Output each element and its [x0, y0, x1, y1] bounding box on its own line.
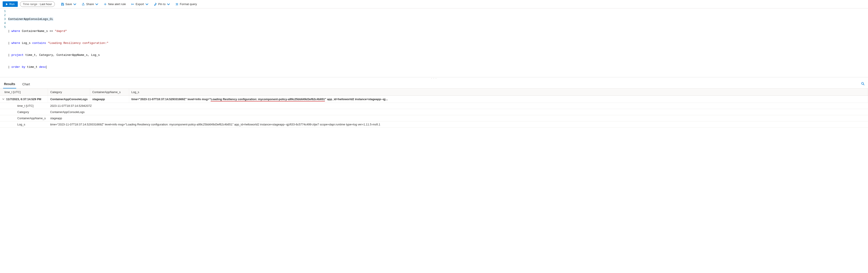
- detail-row: Category ContainerAppConsoleLogs: [0, 109, 868, 115]
- code-token: ContainerAppConsoleLogs_CL: [8, 18, 54, 21]
- chevron-down-icon: [2, 98, 4, 100]
- chevron-down-icon: [95, 3, 98, 6]
- code-token: time_t, Category, ContainerAppName_s, Lo…: [24, 54, 100, 57]
- editor-code[interactable]: ContainerAppConsoleLogs_CL | where Conta…: [8, 9, 868, 77]
- detail-value: ContainerAppConsoleLogs: [48, 109, 868, 115]
- tab-results[interactable]: Results: [3, 80, 16, 89]
- code-token: contains: [32, 41, 46, 45]
- column-header-category[interactable]: Category: [48, 89, 90, 96]
- play-icon: [6, 3, 8, 5]
- code-token: time_t: [25, 65, 39, 69]
- save-label: Save: [65, 2, 72, 6]
- code-token: project: [11, 54, 24, 57]
- save-button[interactable]: Save: [59, 1, 79, 7]
- log-text: time="2023-11-07T18:37:14.529331669Z" le…: [131, 98, 211, 101]
- cell-category: ContainerAppConsoleLogs: [48, 96, 90, 103]
- detail-key: time_t [UTC]: [0, 103, 48, 109]
- table-row[interactable]: 11/7/2023, 6:37:14.529 PM ContainerAppCo…: [0, 96, 868, 103]
- pin-label: Pin to: [158, 2, 165, 6]
- log-highlight: Loading Resiliency configuration: mycomp…: [211, 98, 325, 101]
- share-button[interactable]: Share: [80, 1, 100, 7]
- editor-cursor: [46, 66, 46, 69]
- export-icon: [131, 3, 134, 6]
- cell-time: 11/7/2023, 6:37:14.529 PM: [6, 98, 41, 101]
- line-number: 5: [0, 25, 6, 29]
- save-icon: [61, 3, 64, 6]
- share-label: Share: [86, 2, 94, 6]
- search-icon: [861, 82, 865, 86]
- editor-gutter: 1 2 3 4 5: [0, 9, 8, 77]
- column-header-time[interactable]: time_t [UTC]: [0, 89, 48, 96]
- format-icon: [175, 3, 179, 6]
- run-label: Run: [9, 2, 14, 6]
- detail-key: Category: [0, 109, 48, 115]
- format-query-button[interactable]: Format query: [173, 1, 199, 7]
- detail-row: time_t [UTC] 2023-11-07T18:37:14.5294207…: [0, 103, 868, 109]
- log-text: " app_id=helloworld2 instance=stageapp--…: [325, 98, 388, 101]
- new-alert-label: New alert rule: [108, 2, 126, 6]
- time-range-prefix: Time range :: [23, 2, 39, 6]
- detail-key: Log_s: [0, 122, 48, 128]
- cell-appname: stageapp: [90, 96, 129, 103]
- pin-icon: [154, 3, 157, 6]
- column-header-appname[interactable]: ContainerAppName_s: [90, 89, 129, 96]
- detail-value: time="2023-11-07T18:37:14.529331669Z" le…: [48, 122, 868, 128]
- results-table: time_t [UTC] Category ContainerAppName_s…: [0, 89, 868, 128]
- code-token: Log_s: [20, 41, 32, 45]
- pin-button[interactable]: Pin to: [152, 1, 172, 7]
- chevron-down-icon: [167, 3, 170, 6]
- plus-icon: [104, 3, 107, 6]
- code-token: ContainerName_s ==: [20, 30, 55, 33]
- line-number: 1: [0, 9, 6, 13]
- search-results-button[interactable]: [861, 82, 865, 87]
- svg-point-0: [862, 82, 864, 84]
- chevron-down-icon: [145, 3, 149, 6]
- detail-key: ContainerAppName_s: [0, 115, 48, 122]
- format-label: Format query: [180, 2, 197, 6]
- detail-row: ContainerAppName_s stageapp: [0, 115, 868, 122]
- code-token: order by: [11, 65, 25, 69]
- chevron-down-icon: [73, 3, 76, 6]
- column-header-log[interactable]: Log_s: [129, 89, 868, 96]
- row-expand-toggle[interactable]: [1, 98, 5, 101]
- detail-row: Log_s time="2023-11-07T18:37:14.52933166…: [0, 122, 868, 128]
- code-token: where: [11, 41, 20, 45]
- code-token: "Loading Resiliency configuration:": [48, 41, 108, 45]
- new-alert-button[interactable]: New alert rule: [101, 1, 128, 7]
- time-range-value: Last hour: [40, 2, 52, 6]
- time-range-picker[interactable]: Time range : Last hour: [20, 1, 55, 7]
- tab-chart[interactable]: Chart: [22, 80, 31, 88]
- export-button[interactable]: Export: [129, 1, 151, 7]
- share-icon: [82, 3, 85, 6]
- query-editor[interactable]: 1 2 3 4 5 ContainerAppConsoleLogs_CL | w…: [0, 8, 868, 77]
- export-label: Export: [135, 2, 144, 6]
- code-token: "daprd": [55, 30, 67, 33]
- cell-log: time="2023-11-07T18:37:14.529331669Z" le…: [129, 96, 868, 103]
- code-token: desc: [39, 65, 46, 69]
- line-number: 4: [0, 21, 6, 25]
- detail-value: stageapp: [48, 115, 868, 122]
- results-tabbar: Results Chart: [0, 80, 868, 89]
- resize-handle[interactable]: · · ·: [0, 77, 868, 80]
- toolbar: Run Time range : Last hour Save Share Ne…: [0, 0, 868, 8]
- run-button[interactable]: Run: [3, 1, 18, 7]
- code-token: where: [11, 30, 20, 33]
- detail-value: 2023-11-07T18:37:14.5294207Z: [48, 103, 868, 109]
- line-number: 2: [0, 13, 6, 17]
- line-number: 3: [0, 17, 6, 21]
